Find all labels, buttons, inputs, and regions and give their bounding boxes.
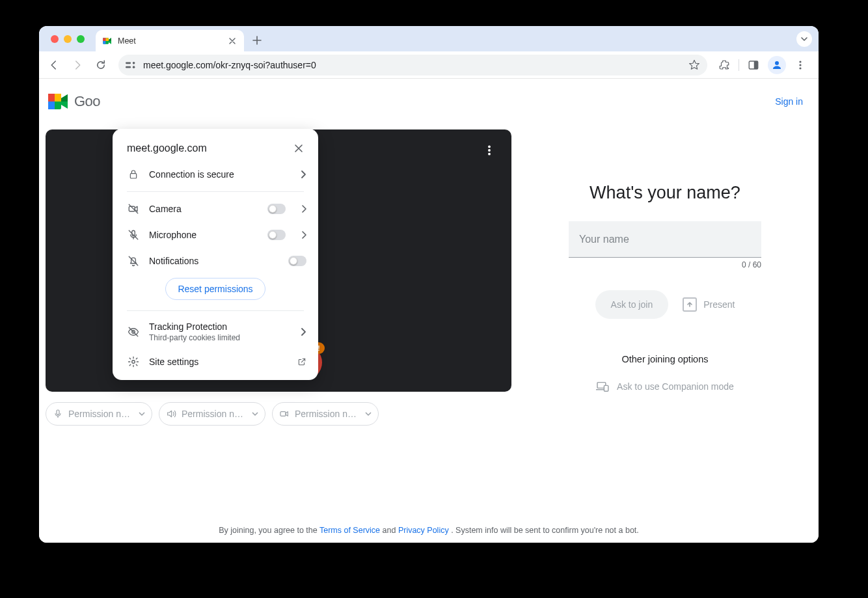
bookmark-button[interactable] (688, 55, 701, 75)
notifications-permission-row: Notifications (113, 248, 318, 274)
meet-favicon-icon (102, 36, 113, 46)
chip-label: Permission ne… (182, 409, 247, 419)
present-label: Present (703, 299, 735, 310)
speaker-permission-chip[interactable]: Permission ne… (159, 402, 265, 426)
browser-window: Meet meet.google.com/okr-znyq-soi?authus… (39, 26, 819, 543)
svg-point-11 (799, 61, 801, 62)
companion-label: Ask to use Companion mode (617, 381, 734, 392)
lock-icon (127, 168, 140, 181)
tracking-sub: Third-party cookies limited (149, 333, 291, 342)
open-external-icon (297, 357, 306, 366)
camera-label: Camera (149, 204, 258, 214)
popover-divider (127, 191, 304, 192)
close-tab-button[interactable] (227, 36, 237, 46)
toolbar-divider (739, 59, 739, 71)
sign-in-link[interactable]: Sign in (775, 96, 803, 107)
minimize-window-button[interactable] (64, 35, 72, 43)
footer-and: and (383, 526, 398, 535)
chevron-right-icon[interactable] (301, 231, 306, 239)
svg-point-7 (133, 66, 135, 68)
tab-title: Meet (118, 36, 222, 46)
window-controls (39, 35, 85, 43)
svg-point-13 (799, 67, 801, 69)
reload-button[interactable] (91, 55, 111, 75)
char-count: 0 / 60 (742, 260, 761, 269)
microphone-label: Microphone (149, 230, 258, 240)
popover-host: meet.google.com (127, 143, 207, 154)
address-bar[interactable]: meet.google.com/okr-znyq-soi?authuser=0 (118, 55, 707, 75)
profile-button[interactable] (768, 56, 786, 74)
connection-label: Connection is secure (149, 169, 291, 180)
reset-permissions-button[interactable]: Reset permissions (165, 278, 265, 300)
new-tab-button[interactable] (251, 34, 264, 47)
site-settings-label: Site settings (149, 357, 288, 367)
preview-more-button[interactable] (480, 141, 498, 159)
chevron-right-icon[interactable] (301, 205, 306, 213)
camera-icon (279, 409, 290, 419)
svg-rect-17 (48, 94, 55, 102)
other-options-title: Other joining options (622, 354, 709, 364)
chevron-right-icon (300, 327, 306, 336)
privacy-link[interactable]: Privacy Policy (398, 526, 449, 535)
permission-chips: Permission ne… Permission ne… Permission… (46, 402, 518, 426)
companion-mode-button[interactable]: Ask to use Companion mode (596, 381, 734, 392)
eye-off-icon (127, 325, 140, 338)
chrome-menu-button[interactable] (791, 56, 809, 74)
ask-to-join-button[interactable]: Ask to join (595, 290, 669, 319)
svg-rect-9 (754, 61, 758, 69)
connection-secure-row[interactable]: Connection is secure (113, 161, 318, 187)
notifications-toggle[interactable] (288, 256, 306, 266)
footer-suffix: . System info will be sent to confirm yo… (451, 526, 639, 535)
site-info-button[interactable] (125, 59, 138, 72)
maximize-window-button[interactable] (77, 35, 85, 43)
svg-rect-4 (126, 62, 131, 64)
notifications-label: Notifications (149, 256, 279, 266)
side-panel-button[interactable] (744, 56, 763, 74)
svg-rect-5 (126, 66, 131, 68)
url-text: meet.google.com/okr-znyq-soi?authuser=0 (143, 60, 683, 70)
meet-logo-icon (48, 92, 70, 111)
page-header: Goo Sign in (39, 79, 819, 115)
close-window-button[interactable] (51, 35, 59, 43)
join-title: What's your name? (590, 183, 740, 203)
tracking-protection-row[interactable]: Tracking Protection Third-party cookies … (113, 315, 318, 349)
svg-rect-3 (103, 38, 105, 41)
bell-off-icon (127, 254, 140, 267)
present-button[interactable]: Present (683, 297, 735, 312)
popover-divider (127, 310, 304, 311)
chevron-right-icon (300, 170, 306, 179)
back-button[interactable] (44, 55, 64, 75)
titlebar: Meet (39, 26, 819, 51)
svg-point-6 (133, 62, 135, 64)
join-column: What's your name? 0 / 60 Ask to join Pre… (518, 120, 812, 426)
camera-permission-chip[interactable]: Permission ne… (272, 402, 379, 426)
svg-rect-22 (280, 412, 286, 416)
microphone-toggle[interactable] (267, 230, 286, 240)
camera-off-icon (127, 202, 140, 215)
tos-link[interactable]: Terms of Service (319, 526, 380, 535)
chip-label: Permission ne… (68, 409, 133, 419)
popover-close-button[interactable] (291, 141, 306, 156)
extensions-button[interactable] (715, 56, 733, 74)
camera-permission-row: Camera (113, 196, 318, 222)
mic-permission-chip[interactable]: Permission ne… (46, 402, 152, 426)
forward-button[interactable] (68, 55, 87, 75)
search-tabs-button[interactable] (796, 31, 812, 47)
microphone-permission-row: Microphone (113, 222, 318, 248)
name-input[interactable] (569, 221, 761, 258)
browser-tab[interactable]: Meet (96, 30, 244, 51)
svg-point-12 (799, 64, 801, 66)
svg-rect-25 (130, 174, 136, 178)
brand: Goo (48, 92, 100, 111)
camera-toggle[interactable] (267, 204, 286, 214)
speaker-icon (166, 409, 176, 419)
present-icon (683, 297, 697, 312)
tracking-label: Tracking Protection (149, 321, 291, 332)
join-buttons: Ask to join Present (595, 290, 735, 319)
svg-rect-24 (604, 385, 608, 391)
site-settings-row[interactable]: Site settings (113, 349, 318, 375)
svg-point-28 (132, 360, 135, 364)
site-info-popover: meet.google.com Connection is secure Cam… (113, 129, 318, 380)
toolbar: meet.google.com/okr-znyq-soi?authuser=0 (39, 51, 819, 79)
gear-icon (127, 355, 140, 368)
